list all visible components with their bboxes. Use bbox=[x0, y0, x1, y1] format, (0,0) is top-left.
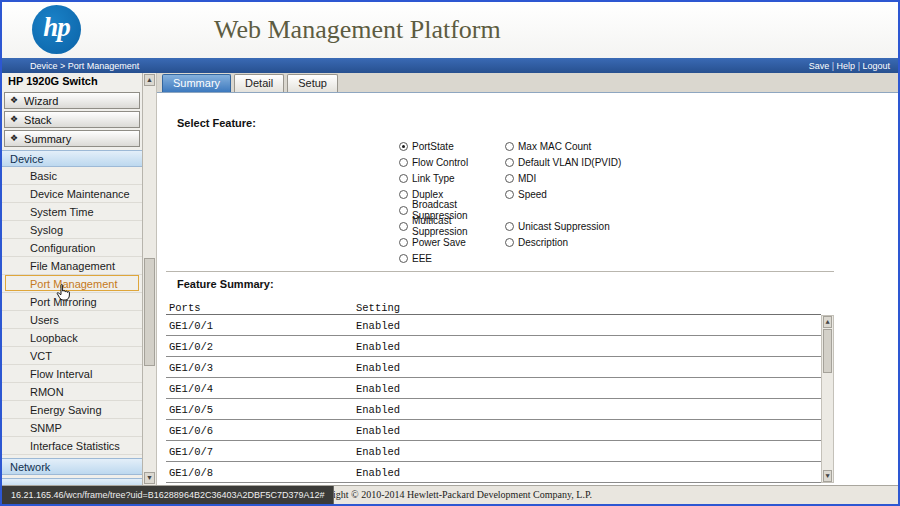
setting-cell: Enabled bbox=[356, 404, 821, 416]
sidebar-item-snmp[interactable]: SNMP bbox=[2, 419, 142, 437]
table-row[interactable]: GE1/0/6Enabled bbox=[166, 420, 821, 441]
radio-duplex[interactable] bbox=[399, 190, 408, 199]
sidebar-item-stack[interactable]: ❖Stack bbox=[4, 111, 140, 128]
feature-option-duplex[interactable]: Duplex bbox=[399, 189, 505, 200]
column-header-setting: Setting bbox=[356, 302, 821, 314]
radio-power-save[interactable] bbox=[399, 238, 408, 247]
sidebar-item-partial[interactable] bbox=[2, 478, 142, 485]
port-cell: GE1/0/4 bbox=[166, 383, 356, 395]
radio-max-mac-count[interactable] bbox=[505, 142, 514, 151]
feature-option-label: Speed bbox=[518, 189, 547, 200]
radio-default-vlan-id-pvid[interactable] bbox=[505, 158, 514, 167]
toplink-logout[interactable]: Logout bbox=[862, 61, 890, 71]
sidebar-item-label: Stack bbox=[24, 114, 52, 126]
setting-cell: Enabled bbox=[356, 320, 821, 332]
tab-setup[interactable]: Setup bbox=[287, 74, 338, 92]
radio-multicast-suppression[interactable] bbox=[399, 222, 408, 231]
table-row[interactable]: GE1/0/8Enabled bbox=[166, 462, 821, 483]
scroll-up-icon[interactable]: ▲ bbox=[144, 74, 155, 86]
sidebar-item-basic[interactable]: Basic bbox=[2, 167, 142, 185]
toplink-save[interactable]: Save bbox=[809, 61, 830, 71]
sidebar-item-device[interactable]: Device bbox=[2, 150, 142, 167]
table-row[interactable]: GE1/0/4Enabled bbox=[166, 378, 821, 399]
sidebar-item-loopback[interactable]: Loopback bbox=[2, 329, 142, 347]
radio-broadcast-suppression[interactable] bbox=[399, 206, 408, 215]
sidebar-item-file-management[interactable]: File Management bbox=[2, 257, 142, 275]
sidebar-item-vct[interactable]: VCT bbox=[2, 347, 142, 365]
feature-option-speed[interactable]: Speed bbox=[505, 189, 547, 200]
feature-option-description[interactable]: Description bbox=[505, 237, 568, 248]
scroll-up-icon[interactable]: ▲ bbox=[823, 316, 832, 328]
sidebar-item-interface-statistics[interactable]: Interface Statistics bbox=[2, 437, 142, 455]
sidebar-item-energy-saving[interactable]: Energy Saving bbox=[2, 401, 142, 419]
table-row[interactable]: GE1/0/7Enabled bbox=[166, 441, 821, 462]
sidebar-scrollbar[interactable]: ▲ ▼ bbox=[143, 73, 157, 485]
table-row[interactable]: GE1/0/3Enabled bbox=[166, 357, 821, 378]
scroll-down-icon[interactable]: ▼ bbox=[144, 472, 155, 484]
table-row[interactable]: GE1/0/2Enabled bbox=[166, 336, 821, 357]
sidebar-item-label: Network bbox=[10, 461, 50, 473]
app-window: hp Web Management Platform Device > Port… bbox=[0, 0, 900, 506]
feature-option-unicast-suppression[interactable]: Unicast Suppression bbox=[505, 221, 610, 232]
table-row[interactable]: GE1/0/1Enabled bbox=[166, 315, 821, 336]
sidebar-item-system-time[interactable]: System Time bbox=[2, 203, 142, 221]
feature-option-power-save[interactable]: Power Save bbox=[399, 237, 505, 248]
scroll-down-icon[interactable]: ▼ bbox=[823, 470, 832, 482]
port-cell: GE1/0/8 bbox=[166, 467, 356, 479]
sidebar-item-syslog[interactable]: Syslog bbox=[2, 221, 142, 239]
content-area: Select Feature: PortStateMax MAC CountFl… bbox=[157, 93, 898, 485]
sidebar-item-summary[interactable]: ❖Summary bbox=[4, 130, 140, 147]
tab-detail[interactable]: Detail bbox=[234, 74, 284, 92]
sidebar-item-label: Interface Statistics bbox=[30, 440, 120, 452]
feature-summary-label: Feature Summary: bbox=[177, 278, 274, 290]
sidebar-item-label: VCT bbox=[30, 350, 52, 362]
radio-speed[interactable] bbox=[505, 190, 514, 199]
sidebar-item-users[interactable]: Users bbox=[2, 311, 142, 329]
radio-portstate[interactable] bbox=[399, 142, 408, 151]
sidebar-item-device-maintenance[interactable]: Device Maintenance bbox=[2, 185, 142, 203]
radio-link-type[interactable] bbox=[399, 174, 408, 183]
radio-description[interactable] bbox=[505, 238, 514, 247]
sidebar-item-wizard[interactable]: ❖Wizard bbox=[4, 92, 140, 109]
table-scrollbar[interactable]: ▲ ▼ bbox=[821, 315, 834, 483]
sidebar-scrollbar-thumb[interactable] bbox=[144, 258, 155, 366]
toplink-help[interactable]: Help bbox=[837, 61, 856, 71]
port-cell: GE1/0/5 bbox=[166, 404, 356, 416]
feature-option-multicast-suppression[interactable]: Multicast Suppression bbox=[399, 215, 505, 237]
table-row[interactable]: GE1/0/5Enabled bbox=[166, 399, 821, 420]
sidebar-item-port-management[interactable]: Port Management bbox=[2, 275, 142, 293]
radio-flow-control[interactable] bbox=[399, 158, 408, 167]
setting-cell: Enabled bbox=[356, 341, 821, 353]
sidebar-item-network[interactable]: Network bbox=[2, 458, 142, 475]
feature-option-portstate[interactable]: PortState bbox=[399, 141, 505, 152]
main-panel: SummaryDetailSetup Select Feature: PortS… bbox=[157, 73, 898, 485]
sidebar-item-port-mirroring[interactable]: Port Mirroring bbox=[2, 293, 142, 311]
link-separator: | bbox=[829, 61, 836, 71]
feature-option-eee[interactable]: EEE bbox=[399, 253, 505, 264]
sidebar-item-label: Device Maintenance bbox=[30, 188, 130, 200]
sidebar-item-flow-interval[interactable]: Flow Interval bbox=[2, 365, 142, 383]
tab-summary[interactable]: Summary bbox=[162, 74, 231, 92]
sidebar-item-label: Syslog bbox=[30, 224, 63, 236]
radio-unicast-suppression[interactable] bbox=[505, 222, 514, 231]
device-name-title: HP 1920G Switch bbox=[2, 73, 142, 90]
feature-summary-table: PortsSetting ▲ ▼ GE1/0/1EnabledGE1/0/2En… bbox=[166, 301, 834, 483]
port-cell: GE1/0/2 bbox=[166, 341, 356, 353]
feature-option-mdi[interactable]: MDI bbox=[505, 173, 536, 184]
port-cell: GE1/0/3 bbox=[166, 362, 356, 374]
radio-eee[interactable] bbox=[399, 254, 408, 263]
feature-option-flow-control[interactable]: Flow Control bbox=[399, 157, 505, 168]
radio-mdi[interactable] bbox=[505, 174, 514, 183]
topbar: Device > Port Management Save | Help | L… bbox=[2, 58, 898, 73]
feature-row: PortStateMax MAC Count bbox=[399, 138, 621, 154]
sidebar-item-rmon[interactable]: RMON bbox=[2, 383, 142, 401]
sidebar-item-label: System Time bbox=[30, 206, 94, 218]
select-feature-label: Select Feature: bbox=[177, 117, 256, 129]
sidebar-items: ❖Wizard❖Stack❖SummaryDeviceBasicDevice M… bbox=[2, 92, 142, 475]
feature-option-default-vlan-id-pvid[interactable]: Default VLAN ID(PVID) bbox=[505, 157, 621, 168]
sidebar-item-configuration[interactable]: Configuration bbox=[2, 239, 142, 257]
table-scrollbar-thumb[interactable] bbox=[823, 329, 832, 373]
feature-option-link-type[interactable]: Link Type bbox=[399, 173, 505, 184]
feature-option-label: Description bbox=[518, 237, 568, 248]
feature-option-max-mac-count[interactable]: Max MAC Count bbox=[505, 141, 591, 152]
